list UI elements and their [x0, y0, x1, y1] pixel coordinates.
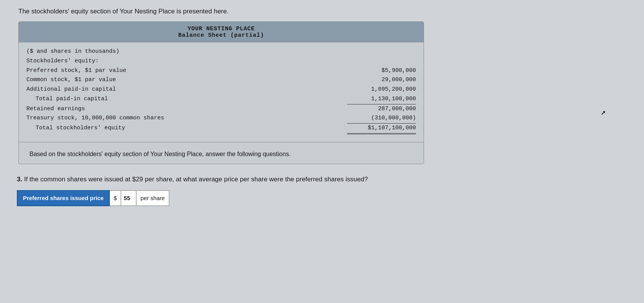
row-amount: 1,130,100,000: [347, 94, 416, 104]
table-row: Additional paid-in capital 1,095,200,000: [26, 85, 416, 94]
row-label: Total paid-in capital: [26, 94, 347, 104]
per-share-label: per share: [137, 190, 169, 206]
table-row: Total stockholders' equity $1,107,100,00…: [26, 124, 416, 134]
row-label: Total stockholders' equity: [26, 124, 347, 133]
balance-sheet-card: YOUR NESTING PLACE Balance Sheet (partia…: [18, 21, 424, 164]
row-amount: $1,107,100,000: [347, 124, 416, 134]
answer-row: Preferred shares issued price $ 55 per s…: [17, 190, 629, 206]
row-amount: 287,000,000: [347, 104, 416, 114]
dollar-sign: $: [110, 190, 121, 206]
bs-title: Balance Sheet (partial): [25, 32, 417, 39]
row-label: Treasury stock, 10,000,000 common shares: [26, 114, 347, 123]
table-row: Retained earnings 287,000,000: [26, 104, 416, 114]
bs-subtitle: ($ and shares in thousands): [26, 47, 347, 57]
row-amount: 29,000,000: [347, 75, 416, 85]
question-text: 3. If the common shares were issued at $…: [17, 176, 629, 183]
cursor-icon: ↗: [601, 107, 606, 117]
divider: [19, 142, 424, 142]
row-amount: 1,095,200,000: [347, 85, 416, 94]
row-amount: $5,900,000: [347, 66, 416, 76]
row-label: Retained earnings: [26, 104, 347, 114]
row-label: Common stock, $1 par value: [26, 75, 347, 85]
bs-section-label: Stockholders' equity:: [26, 57, 347, 66]
row-label: Preferred stock, $1 par value: [26, 66, 347, 76]
based-text: Based on the stockholders' equity sectio…: [22, 147, 424, 158]
question-section: 3. If the common shares were issued at $…: [15, 173, 629, 206]
row-amount: (310,000,000): [347, 114, 416, 124]
bs-section-label-row: Stockholders' equity:: [26, 57, 416, 66]
table-row: Total paid-in capital 1,130,100,000: [26, 94, 416, 104]
bs-header: YOUR NESTING PLACE Balance Sheet (partia…: [19, 22, 424, 42]
row-label: Additional paid-in capital: [26, 85, 347, 94]
table-row: Common stock, $1 par value 29,000,000: [26, 75, 416, 85]
question-number: 3.: [17, 176, 22, 183]
table-row: Treasury stock, 10,000,000 common shares…: [26, 114, 416, 124]
bs-subtitle-row: ($ and shares in thousands): [26, 47, 416, 57]
bs-body: ($ and shares in thousands) Stockholders…: [19, 46, 424, 136]
page-wrapper: ↗ The stockholders' equity section of Yo…: [15, 8, 629, 206]
table-row: Preferred stock, $1 par value $5,900,000: [26, 66, 416, 76]
question-body: If the common shares were issued at $29 …: [24, 176, 368, 183]
preferred-shares-label: Preferred shares issued price: [17, 190, 110, 206]
answer-value-input[interactable]: 55: [121, 190, 137, 206]
intro-text: The stockholders' equity section of Your…: [18, 8, 629, 15]
company-name: YOUR NESTING PLACE: [25, 26, 417, 32]
